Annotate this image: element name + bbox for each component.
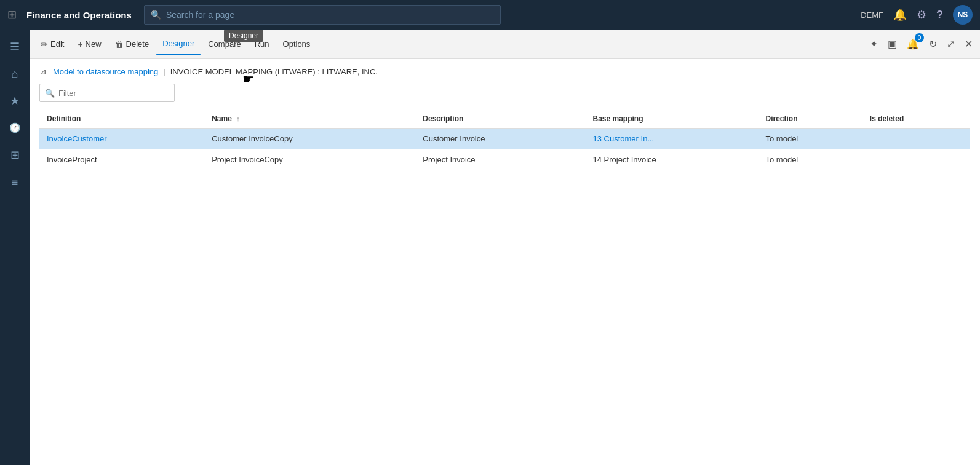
personalize-icon[interactable]: ✦ <box>867 36 880 52</box>
close-icon[interactable]: ✕ <box>962 36 975 52</box>
action-bar: ✏ Edit + New 🗑 Delete Designer Designer … <box>30 30 980 59</box>
top-bar-right: DEMF 🔔 ⚙ ? NS <box>861 5 973 25</box>
panel-icon[interactable]: ▣ <box>885 36 899 52</box>
cell-base-mapping[interactable]: 13 Customer In... <box>586 129 759 149</box>
sort-asc-icon: ↑ <box>236 115 240 122</box>
col-name[interactable]: Name ↑ <box>204 109 415 129</box>
new-icon: + <box>78 39 82 49</box>
run-button[interactable]: Run <box>249 33 276 55</box>
filter-input-wrap[interactable]: 🔍 <box>39 84 175 102</box>
filter-search-icon: 🔍 <box>45 89 55 98</box>
filter-funnel-icon[interactable]: ⊿ <box>39 66 47 76</box>
app-body: ☰ ⌂ ★ 🕐 ⊞ ≡ ✏ Edit + New 🗑 Delete Design… <box>0 30 980 465</box>
col-definition-label: Definition <box>47 114 81 123</box>
user-label: DEMF <box>861 10 883 20</box>
col-description[interactable]: Description <box>415 109 585 129</box>
breadcrumb-separator: | <box>163 67 165 76</box>
cell-name: Customer InvoiceCopy <box>204 129 415 149</box>
table-row[interactable]: InvoiceCustomerCustomer InvoiceCopyCusto… <box>39 129 970 149</box>
compare-button[interactable]: Compare <box>202 33 247 55</box>
cell-is-deleted <box>862 149 970 170</box>
table-header: Definition Name ↑ Description Base mappi… <box>39 109 970 129</box>
top-bar: ⊞ Finance and Operations 🔍 DEMF 🔔 ⚙ ? NS <box>0 0 980 30</box>
delete-button[interactable]: 🗑 Delete <box>109 33 156 55</box>
cell-direction: To model <box>759 149 862 170</box>
edit-button[interactable]: ✏ Edit <box>34 33 70 55</box>
grid-icon[interactable]: ⊞ <box>7 8 17 22</box>
new-button[interactable]: + New <box>71 33 107 55</box>
data-table: Definition Name ↑ Description Base mappi… <box>39 109 970 170</box>
avatar[interactable]: NS <box>953 5 973 25</box>
refresh-icon[interactable]: ↻ <box>926 36 939 52</box>
col-base-mapping-label: Base mapping <box>593 114 643 123</box>
cell-name: Project InvoiceCopy <box>204 149 415 170</box>
page-content: ⊿ Model to datasource mapping | INVOICE … <box>30 59 980 465</box>
settings-icon[interactable]: ⚙ <box>917 8 926 22</box>
search-bar-icon: 🔍 <box>151 10 161 20</box>
cell-direction: To model <box>759 129 862 149</box>
edit-icon: ✏ <box>41 39 48 49</box>
search-bar[interactable]: 🔍 <box>144 5 501 25</box>
table-body: InvoiceCustomerCustomer InvoiceCopyCusto… <box>39 129 970 170</box>
main-content: ✏ Edit + New 🗑 Delete Designer Designer … <box>30 30 980 465</box>
col-base-mapping[interactable]: Base mapping <box>586 109 759 129</box>
search-input[interactable] <box>166 10 494 20</box>
badge-icon-wrap: 🔔 0 <box>904 36 922 52</box>
options-button[interactable]: Options <box>277 33 317 55</box>
col-definition[interactable]: Definition <box>39 109 204 129</box>
list-icon[interactable]: ≡ <box>2 170 27 194</box>
col-description-label: Description <box>423 114 463 123</box>
col-direction-label: Direction <box>766 114 798 123</box>
workspaces-icon[interactable]: ⊞ <box>2 143 27 167</box>
sidebar-nav: ☰ ⌂ ★ 🕐 ⊞ ≡ <box>0 30 30 465</box>
recent-icon[interactable]: 🕐 <box>2 116 27 140</box>
hamburger-icon[interactable]: ☰ <box>2 34 27 59</box>
cell-definition[interactable]: InvoiceCustomer <box>39 129 204 149</box>
breadcrumb-current: INVOICE MODEL MAPPING (LITWARE) : LITWAR… <box>170 67 378 76</box>
action-bar-right: ✦ ▣ 🔔 0 ↻ ⤢ ✕ <box>867 36 975 52</box>
breadcrumb: ⊿ Model to datasource mapping | INVOICE … <box>39 66 970 76</box>
breadcrumb-link[interactable]: Model to datasource mapping <box>53 67 158 76</box>
cell-is-deleted <box>862 129 970 149</box>
table-header-row: Definition Name ↑ Description Base mappi… <box>39 109 970 129</box>
alert-badge: 0 <box>915 33 924 42</box>
help-icon[interactable]: ? <box>936 9 943 22</box>
filter-container: 🔍 <box>39 84 970 102</box>
cell-base-mapping: 14 Project Invoice <box>586 149 759 170</box>
open-new-icon[interactable]: ⤢ <box>944 36 957 52</box>
designer-button[interactable]: Designer <box>156 33 201 55</box>
delete-icon: 🗑 <box>115 39 124 49</box>
home-icon[interactable]: ⌂ <box>2 62 27 86</box>
col-direction[interactable]: Direction <box>759 109 862 129</box>
cell-definition: InvoiceProject <box>39 149 204 170</box>
cell-description: Project Invoice <box>415 149 585 170</box>
notification-icon[interactable]: 🔔 <box>893 8 907 22</box>
favorites-icon[interactable]: ★ <box>2 89 27 113</box>
app-title: Finance and Operations <box>26 10 132 20</box>
col-is-deleted-label: Is deleted <box>870 114 904 123</box>
col-name-label: Name <box>212 114 232 123</box>
table-row[interactable]: InvoiceProjectProject InvoiceCopyProject… <box>39 149 970 170</box>
cell-description: Customer Invoice <box>415 129 585 149</box>
filter-input[interactable] <box>58 89 169 98</box>
col-is-deleted[interactable]: Is deleted <box>862 109 970 129</box>
